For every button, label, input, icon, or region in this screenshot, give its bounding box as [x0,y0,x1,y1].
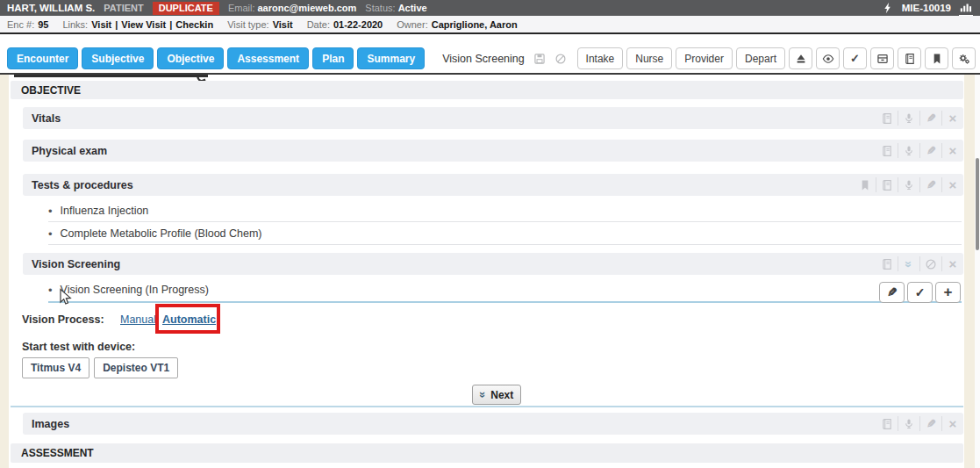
note-title: Vision Screening [442,53,525,65]
links-group: Links: Visit | View Visit | Checkin [62,19,213,30]
bookmark-icon[interactable] [925,47,948,69]
date-label: Date: [307,19,330,30]
plus-icon[interactable]: + [935,282,961,303]
archive-icon[interactable] [870,47,894,69]
duplicate-badge: DUPLICATE [153,2,219,15]
pencil-icon[interactable]: ✎ [919,111,941,126]
visit-type-label: Visit type: [227,19,269,30]
vision-screening-item[interactable]: • Vision Screening (In Progress) ✎ ✓ + [48,278,962,303]
depisteo-vt1-button[interactable]: Depisteo VT1 [94,357,178,378]
nav-encounter-button[interactable]: Encounter [7,47,78,69]
vision-screening-section-header[interactable]: Vision Screening » × [23,253,963,275]
gears-icon[interactable] [952,47,976,69]
status-label: Status: [365,3,395,13]
vitals-label: Vitals [32,112,61,125]
owner-group: Owner: Capriglione, Aaron [397,19,517,30]
test-item-label: Complete Metabolic Profile (Blood Chem) [61,227,262,240]
journal-icon[interactable] [876,111,898,126]
visit-type-value: Visit [273,19,293,30]
mic-icon[interactable] [898,111,919,126]
mic-icon[interactable] [898,416,919,431]
nurse-button[interactable]: Nurse [626,47,672,69]
link-checkin[interactable]: Checkin [175,19,213,30]
vision-section-divider [11,406,963,407]
x-icon[interactable]: × [941,256,963,271]
vision-item-buttons: ✎ ✓ + [879,282,961,303]
link-separator: | [115,19,118,30]
test-item-label: Influenza Injection [61,205,149,217]
vitals-section-header[interactable]: Vitals ✎ × [23,107,963,129]
chevron-double-down-icon[interactable]: » [898,256,919,271]
no-entry-icon[interactable] [554,53,567,65]
check-icon[interactable]: ✓ [843,47,867,69]
objective-section-header: OBJECTIVE [11,81,963,99]
pencil-icon[interactable]: ✎ [879,282,905,303]
titmus-v4-button[interactable]: Titmus V4 [22,357,89,378]
date-value: 01-22-2020 [333,19,383,30]
enc-number: 95 [38,19,48,30]
left-edge-strip [0,75,9,468]
chevron-double-down-icon: » [476,392,490,398]
objective-label: OBJECTIVE [21,84,81,97]
test-item-cmp[interactable]: • Complete Metabolic Profile (Blood Chem… [48,223,962,245]
nav-plan-button[interactable]: Plan [312,47,354,69]
nav-subjective-button[interactable]: Subjective [82,47,154,69]
scrollbar-track[interactable] [975,75,980,468]
provider-button[interactable]: Provider [676,47,733,69]
start-test-label: Start test with device: [22,341,135,353]
journal-icon[interactable] [876,177,898,192]
bookmark-icon[interactable] [854,177,876,192]
test-item-influenza[interactable]: • Influenza Injection [48,200,962,222]
enc-number-group: Enc #: 95 [7,19,48,30]
vision-item-label: Vision Screening (In Progress) [61,284,209,296]
x-icon[interactable]: × [941,111,963,126]
x-icon[interactable]: × [941,177,963,192]
mic-icon[interactable] [898,177,919,192]
device-button-row: Titmus V4 Depisteo VT1 [22,357,178,378]
nav-assessment-button[interactable]: Assessment [227,47,309,69]
status-value: Active [398,3,427,13]
manual-link[interactable]: Manual [120,313,156,326]
note-tab: Vision Screening [435,47,574,69]
physical-exam-section-header[interactable]: Physical exam ✎ × [23,140,963,162]
save-icon[interactable] [533,53,546,65]
physical-exam-label: Physical exam [32,145,107,157]
intake-button[interactable]: Intake [577,47,624,69]
eye-icon[interactable] [816,47,840,69]
right-edge-strip [964,75,975,468]
vision-screening-actions: » × [876,253,963,275]
next-button[interactable]: » Next [472,385,521,405]
tests-procedures-section-header[interactable]: Tests & procedures ✎ × [23,174,963,196]
chart-icon[interactable] [959,1,973,16]
x-icon[interactable]: × [941,143,963,158]
depart-button[interactable]: Depart [736,47,785,69]
bolt-icon[interactable] [882,2,894,14]
email-value: aaronc@mieweb.com [258,3,357,13]
vision-process-label: Vision Process: [22,313,104,326]
link-view-visit[interactable]: View Visit [121,19,166,30]
nav-objective-button[interactable]: Objective [157,47,224,69]
x-icon[interactable]: × [941,416,963,431]
assessment-section-header: ASSESSMENT [11,443,963,463]
images-label: Images [32,418,69,430]
bullet: • [48,284,53,297]
nav-summary-button[interactable]: Summary [357,47,425,69]
journal-icon[interactable] [876,143,898,158]
images-section-header[interactable]: Images ✎ × [23,413,963,435]
pencil-icon[interactable]: ✎ [919,143,941,158]
journal-icon[interactable] [898,47,921,69]
scrollbar-thumb[interactable] [976,158,979,250]
journal-icon[interactable] [876,416,898,431]
link-visit[interactable]: Visit [91,19,111,30]
journal-icon[interactable] [876,256,898,271]
patient-type-label: PATIENT [104,3,143,13]
check-icon[interactable]: ✓ [907,282,933,303]
no-entry-icon[interactable] [919,256,941,271]
chart-content: OBJECTIVE Vitals ✎ × Physical exam ✎ × [0,75,980,468]
mic-icon[interactable] [898,143,919,158]
pencil-icon[interactable]: ✎ [919,177,941,192]
bullet: • [48,227,53,241]
pencil-icon[interactable]: ✎ [919,416,941,431]
eject-icon[interactable] [789,47,812,69]
clipped-row-fragment [14,75,208,77]
